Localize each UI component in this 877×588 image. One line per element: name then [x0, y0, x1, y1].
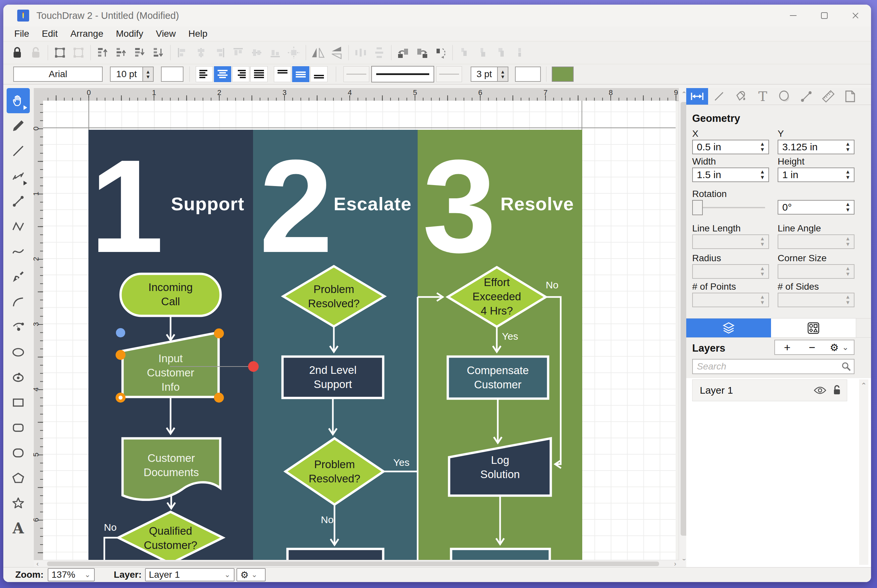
- valign-bottom-button[interactable]: [310, 66, 327, 82]
- scroll-up-icon[interactable]: ⌃: [859, 381, 868, 390]
- layer-list-scrollbar[interactable]: ⌃: [859, 380, 868, 565]
- zoom-select[interactable]: 137%⌄: [48, 568, 95, 581]
- tab-stroke[interactable]: [708, 88, 730, 105]
- tab-connection[interactable]: [796, 88, 817, 105]
- tab-fill[interactable]: [730, 88, 752, 105]
- tool-squircle[interactable]: [7, 440, 30, 465]
- label-customer-documents[interactable]: Customer Documents: [144, 451, 199, 480]
- label-compensate-customer[interactable]: Compensate Customer: [467, 363, 529, 392]
- rotation-handle[interactable]: [116, 328, 125, 338]
- text-color-swatch[interactable]: [161, 66, 183, 82]
- align-text-left-button[interactable]: [196, 66, 213, 82]
- rotation-slider-thumb[interactable]: [692, 200, 703, 215]
- line-style-thin-button[interactable]: [344, 66, 369, 82]
- menu-help[interactable]: Help: [182, 28, 214, 39]
- layer-search-input[interactable]: [696, 360, 836, 374]
- field-height[interactable]: 1 in▲▼: [778, 168, 854, 182]
- close-button[interactable]: [840, 4, 871, 27]
- flip-horizontal-icon[interactable]: [309, 44, 327, 62]
- line-width-stepper[interactable]: ▲▼: [498, 66, 508, 82]
- label-problem-resolved-1[interactable]: Problem Resolved?: [308, 282, 360, 311]
- align-text-center-button[interactable]: [214, 66, 231, 82]
- resize-handle-top-left[interactable]: [116, 350, 126, 360]
- tool-line[interactable]: [7, 138, 30, 164]
- line-style-solid-button[interactable]: [371, 66, 434, 82]
- label-qualified-customer[interactable]: Qualified Customer?: [144, 524, 197, 553]
- field-y[interactable]: 3.125 in▲▼: [778, 140, 854, 154]
- line-style-thin2-button[interactable]: [436, 66, 462, 82]
- tool-rounded-rectangle[interactable]: [7, 415, 30, 440]
- rotate-custom-icon[interactable]: [431, 44, 450, 62]
- minimize-button[interactable]: [778, 4, 809, 27]
- scroll-left-icon[interactable]: ‹: [36, 560, 39, 567]
- resize-handle-bottom-right[interactable]: [214, 393, 224, 403]
- horizontal-scrollbar[interactable]: ‹ ›: [34, 560, 679, 567]
- send-backward-icon[interactable]: [131, 44, 149, 62]
- rotate-right-icon[interactable]: [413, 44, 431, 62]
- align-text-right-button[interactable]: [232, 66, 249, 82]
- menu-modify[interactable]: Modify: [110, 28, 149, 39]
- tool-rectangle[interactable]: [7, 390, 30, 415]
- horizontal-scrollbar-thumb[interactable]: [47, 561, 659, 566]
- tab-page[interactable]: [839, 88, 861, 105]
- align-text-justify-button[interactable]: [250, 66, 267, 82]
- tab-geometry[interactable]: [686, 88, 708, 105]
- font-size-input[interactable]: 10 pt: [110, 66, 143, 82]
- field-width[interactable]: 1.5 in▲▼: [692, 168, 769, 182]
- field-rotation[interactable]: 0°▲▼: [778, 200, 854, 214]
- remove-layer-button[interactable]: −: [799, 340, 825, 355]
- tool-polyline[interactable]: [7, 214, 30, 239]
- maximize-button[interactable]: [809, 4, 840, 27]
- tool-pen[interactable]: [7, 264, 30, 290]
- label-effort-exceeded[interactable]: Effort Exceeded 4 Hrs?: [473, 276, 521, 318]
- fill-color-swatch[interactable]: [552, 66, 574, 82]
- flip-vertical-icon[interactable]: [327, 44, 346, 62]
- tool-text[interactable]: A: [7, 516, 30, 541]
- label-input-customer-info[interactable]: Input Customer Info: [147, 352, 194, 394]
- menu-file[interactable]: File: [8, 28, 35, 39]
- send-to-back-icon[interactable]: [149, 44, 168, 62]
- scroll-right-icon[interactable]: ›: [674, 560, 676, 567]
- tool-polygon[interactable]: [7, 465, 30, 490]
- layer-settings-button[interactable]: ⚙ ⌄: [824, 340, 854, 355]
- visibility-eye-icon[interactable]: [814, 386, 826, 394]
- tool-center-ellipse[interactable]: [7, 365, 30, 390]
- connection-handle[interactable]: [248, 361, 259, 372]
- resize-handle-bottom-left[interactable]: [116, 393, 126, 403]
- menu-arrange[interactable]: Arrange: [64, 28, 110, 39]
- stroke-color-swatch[interactable]: [515, 66, 541, 82]
- tool-star[interactable]: [7, 490, 30, 516]
- tool-curve[interactable]: [7, 239, 30, 264]
- label-log-solution[interactable]: Log Solution: [480, 453, 520, 482]
- tab-ruler[interactable]: [817, 88, 839, 105]
- layer-select[interactable]: Layer 1⌄: [145, 568, 234, 581]
- group-icon[interactable]: [51, 44, 69, 62]
- layer-row[interactable]: Layer 1: [692, 380, 847, 401]
- rotate-left-icon[interactable]: [394, 44, 413, 62]
- label-second-level-support[interactable]: 2nd Level Support: [309, 363, 356, 392]
- layer-options-button[interactable]: ⚙⌄: [236, 568, 266, 581]
- lock-open-icon[interactable]: [832, 385, 842, 396]
- label-incoming-call[interactable]: Incoming Call: [149, 280, 193, 309]
- tab-layers[interactable]: [686, 318, 771, 338]
- font-size-stepper[interactable]: ▲▼: [143, 66, 154, 82]
- bring-to-front-icon[interactable]: [93, 44, 112, 62]
- tab-text[interactable]: T: [752, 88, 774, 105]
- menu-view[interactable]: View: [149, 28, 182, 39]
- line-width-input[interactable]: 3 pt: [471, 66, 498, 82]
- field-x[interactable]: 0.5 in▲▼: [692, 140, 769, 154]
- font-family-select[interactable]: Arial: [13, 66, 103, 82]
- label-problem-resolved-2[interactable]: Problem Resolved?: [309, 458, 360, 486]
- lock-icon[interactable]: [8, 44, 27, 62]
- resize-handle-top-right[interactable]: [214, 328, 224, 338]
- tool-arc[interactable]: [7, 290, 30, 315]
- menu-edit[interactable]: Edit: [35, 28, 64, 39]
- rotation-slider[interactable]: [692, 200, 765, 215]
- tool-connector[interactable]: [7, 189, 30, 214]
- tab-stencils[interactable]: [771, 318, 856, 338]
- add-layer-button[interactable]: +: [774, 340, 800, 355]
- valign-middle-button[interactable]: [292, 66, 309, 82]
- tool-pencil[interactable]: [7, 113, 30, 138]
- tool-ellipse[interactable]: [7, 340, 30, 365]
- tab-shadow[interactable]: [774, 88, 796, 105]
